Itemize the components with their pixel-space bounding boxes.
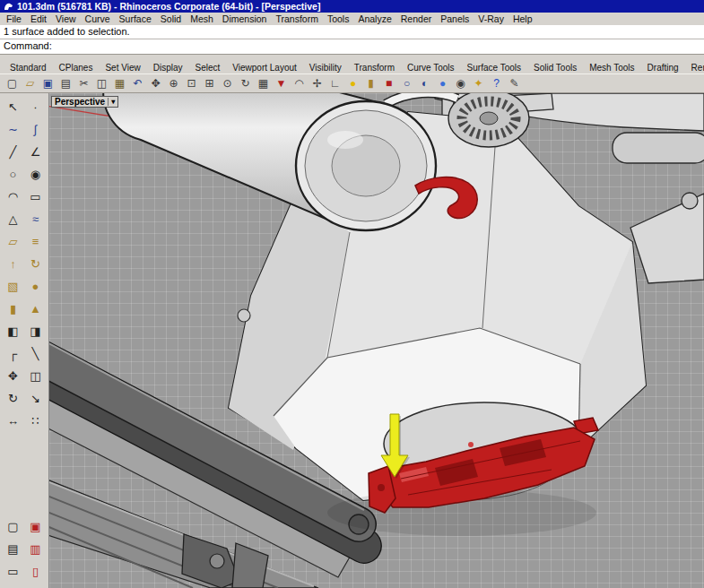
tool-polyline-button[interactable]: ∠ — [24, 141, 47, 163]
toolbar-lamp-button[interactable]: ● — [344, 75, 361, 92]
tool-rectangle-button[interactable]: ▭ — [24, 186, 47, 208]
tool-freeform-curve-button[interactable]: ≈ — [24, 208, 47, 230]
tool-extrude-button[interactable]: ↑ — [2, 253, 24, 275]
tool-circle-button[interactable]: ○ — [2, 163, 24, 186]
tab-standard[interactable]: Standard — [4, 63, 53, 73]
toolbar-zoom-extents-button[interactable]: ⊞ — [201, 75, 218, 92]
tool-revolve-button[interactable]: ↻ — [24, 253, 47, 275]
tab-viewport-layout[interactable]: Viewport Layout — [226, 63, 303, 73]
tool-sphere-button[interactable]: ● — [24, 275, 47, 298]
tab-set-view[interactable]: Set View — [99, 63, 146, 73]
tool-control-point-curve-button[interactable]: ∼ — [2, 118, 24, 141]
tool-settings-button[interactable]: ▯ — [24, 560, 47, 583]
toolbar-move-button[interactable]: ✢ — [309, 75, 326, 92]
tab-mesh-tools[interactable]: Mesh Tools — [583, 63, 640, 73]
menu-panels[interactable]: Panels — [436, 13, 474, 24]
tab-curve-tools[interactable]: Curve Tools — [401, 63, 461, 73]
toolbar-print-button[interactable]: ▤ — [57, 75, 74, 92]
tool-arc-button[interactable]: ◠ — [2, 186, 24, 208]
tool-boolean-union-button[interactable]: ◧ — [2, 320, 24, 342]
menu-help[interactable]: Help — [508, 13, 537, 24]
menu-mesh[interactable]: Mesh — [186, 13, 218, 24]
tool-notes-panel-button[interactable]: ▭ — [2, 560, 24, 583]
toolbar-notes-button[interactable]: ✎ — [506, 75, 523, 92]
tool-line-button[interactable]: ╱ — [2, 141, 24, 163]
toolbar-paste-button[interactable]: ▦ — [111, 75, 128, 92]
tab-solid-tools[interactable]: Solid Tools — [527, 63, 583, 73]
tab-select[interactable]: Select — [189, 63, 227, 73]
tab-render[interactable]: Render — [685, 63, 704, 73]
toolbar-new-file-button[interactable]: ▢ — [4, 75, 21, 92]
tool-scale-object-button[interactable]: ↘ — [24, 387, 47, 410]
menu-surface[interactable]: Surface — [115, 13, 156, 24]
tool-surface-plane-button[interactable]: ▱ — [2, 230, 24, 253]
tool-copy-object-button[interactable]: ◫ — [24, 365, 47, 387]
tool-lock-toggle-button[interactable]: ▣ — [24, 515, 47, 538]
viewport-title-dropdown[interactable]: Perspective ▾ — [51, 96, 118, 108]
toolbar-cplane-button[interactable]: ∟ — [326, 75, 343, 92]
tab-cplanes[interactable]: CPlanes — [53, 63, 100, 73]
toolbar-shaded-view-button[interactable]: ◐ — [416, 75, 433, 92]
menu-tools[interactable]: Tools — [323, 13, 354, 24]
ribbed-disc[interactable] — [448, 93, 529, 147]
tool-cone-button[interactable]: ▲ — [24, 298, 47, 320]
tool-move-object-button[interactable]: ✥ — [2, 365, 24, 387]
tool-fillet-button[interactable]: ┌ — [2, 342, 24, 365]
tab-drafting[interactable]: Drafting — [641, 63, 685, 73]
motor-cylinder[interactable] — [103, 93, 436, 230]
tool-point-button[interactable]: ∙ — [24, 96, 47, 118]
menu-dimension[interactable]: Dimension — [218, 13, 272, 24]
menu-v-ray[interactable]: V-Ray — [474, 13, 508, 24]
toolbar-open-file-button[interactable]: ▱ — [22, 75, 39, 92]
command-input[interactable]: Command: — [0, 39, 704, 54]
tool-isolate-button[interactable]: ▥ — [24, 538, 47, 560]
toolbar-pan-button[interactable]: ✥ — [147, 75, 164, 92]
menu-solid[interactable]: Solid — [156, 13, 186, 24]
tab-display[interactable]: Display — [147, 63, 189, 73]
tool-cylinder-button[interactable]: ▮ — [2, 298, 24, 320]
tool-hide-toggle-button[interactable]: ▢ — [2, 515, 24, 538]
tool-box-button[interactable]: ▧ — [2, 275, 24, 298]
menu-view[interactable]: View — [51, 13, 81, 24]
toolbar-undo-button[interactable]: ↶ — [129, 75, 146, 92]
tool-rotate-object-button[interactable]: ↻ — [2, 387, 24, 410]
tool-select-button[interactable]: ↖ — [2, 96, 24, 118]
tab-visibility[interactable]: Visibility — [303, 63, 348, 73]
toolbar-copy-button[interactable]: ◫ — [93, 75, 110, 92]
toolbar-zoom-selected-button[interactable]: ⊙ — [219, 75, 236, 92]
menu-file[interactable]: File — [2, 13, 26, 24]
tool-boolean-difference-button[interactable]: ◨ — [24, 320, 47, 342]
toolbar-vray-render-button[interactable]: ✦ — [470, 75, 487, 92]
tab-transform[interactable]: Transform — [348, 63, 401, 73]
menu-analyze[interactable]: Analyze — [353, 13, 395, 24]
toolbar-wireframe-view-button[interactable]: ○ — [398, 75, 415, 92]
menu-curve[interactable]: Curve — [81, 13, 115, 24]
menu-edit[interactable]: Edit — [26, 13, 51, 24]
tool-chamfer-button[interactable]: ╲ — [24, 342, 47, 365]
toolbar-zoom-dynamic-button[interactable]: ⊕ — [165, 75, 182, 92]
tool-interpolate-curve-button[interactable]: ∫ — [24, 118, 47, 141]
toolbar-ghosted-view-button[interactable]: ◉ — [452, 75, 469, 92]
toolbar-zoom-window-button[interactable]: ⊡ — [183, 75, 200, 92]
toolbar-arc-blend-button[interactable]: ◠ — [291, 75, 308, 92]
menu-transform[interactable]: Transform — [271, 13, 322, 24]
toolbar-rendered-view-button[interactable]: ● — [434, 75, 451, 92]
menu-render[interactable]: Render — [396, 13, 436, 24]
toolbar-help-button[interactable]: ? — [488, 75, 505, 92]
viewport-canvas[interactable] — [49, 93, 704, 588]
toolbar-rotate-view-button[interactable]: ↻ — [237, 75, 254, 92]
tool-layer-state-button[interactable]: ▤ — [2, 538, 24, 560]
toolbar-save-file-button[interactable]: ▣ — [39, 75, 56, 92]
tool-polygon-button[interactable]: △ — [2, 208, 24, 230]
perspective-viewport[interactable]: Perspective ▾ — [49, 93, 704, 588]
toolbar-toolbox-button[interactable]: ■ — [380, 75, 397, 92]
toolbar-cut-button[interactable]: ✂ — [75, 75, 92, 92]
tool-array-object-button[interactable]: ∷ — [24, 410, 47, 432]
toolbar-named-views-button[interactable]: ▼ — [273, 75, 290, 92]
tool-loft-button[interactable]: ≡ — [24, 230, 47, 253]
toolbar-viewport-layout-button[interactable]: ▦ — [255, 75, 272, 92]
toolbar-lock-button[interactable]: ▮ — [362, 75, 379, 92]
tool-mirror-object-button[interactable]: ↔ — [2, 410, 24, 432]
tab-surface-tools[interactable]: Surface Tools — [461, 63, 527, 73]
tool-ellipse-button[interactable]: ◉ — [24, 163, 47, 186]
